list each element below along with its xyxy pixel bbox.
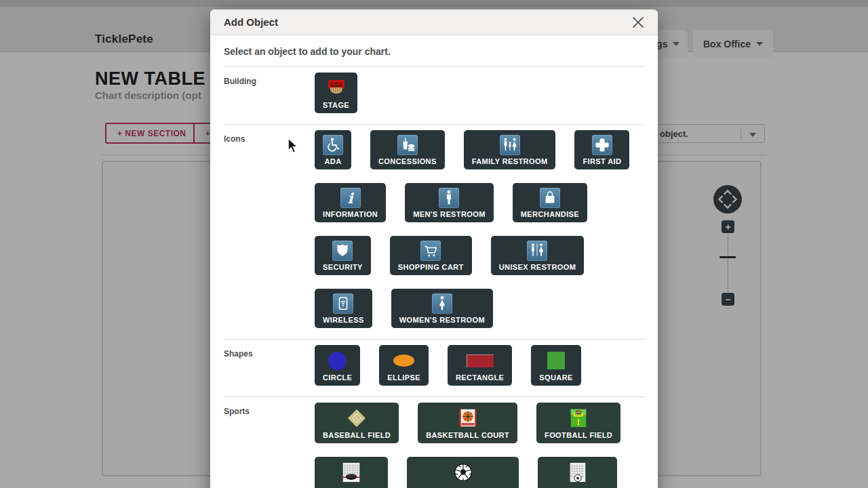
object-tile-label: SQUARE [539,373,572,382]
football-field-icon [568,407,589,429]
ada-icon [323,135,343,155]
object-tile-label: INFORMATION [323,210,378,218]
basketball-court-icon [457,407,479,429]
object-tile-hockey-goal[interactable] [315,457,388,488]
mens-restroom-icon [439,188,459,208]
object-tile-security[interactable]: SECURITY [315,236,371,275]
tile-row: STAGE [315,73,644,113]
section-tiles: BASEBALL FIELD BASKETBALL COURT FOOTBALL… [315,403,644,488]
merchandise-icon [540,188,560,208]
object-tile-wireless[interactable]: WIRELESS [315,289,372,328]
object-tile-baseball-field[interactable]: BASEBALL FIELD [315,403,399,443]
object-tile-soccer-goal[interactable] [538,457,617,488]
object-tile-label: FOOTBALL FIELD [545,431,612,439]
baseball-field-icon [345,407,368,429]
object-tile-label: MERCHANDISE [521,210,579,218]
soccer-goal-icon [566,462,589,483]
soccer-ball-icon [452,462,474,483]
object-tile-womens-restroom[interactable]: WOMEN'S RESTROOM [391,289,493,328]
first-aid-icon [592,135,612,155]
tile-row: SECURITY SHOPPING CART UNISEX RESTROOM [315,236,644,275]
object-tile-label: FIRST AID [583,157,621,165]
object-tile-basketball-court[interactable]: BASKETBALL COURT [418,403,517,443]
object-tile-concessions[interactable]: CONCESSIONS [370,130,445,169]
section-label: Shapes [224,345,315,386]
section-tiles: STAGE [315,73,644,113]
object-tile-label: CIRCLE [323,373,352,382]
object-tile-label: WOMEN'S RESTROOM [399,316,485,324]
object-tile-ellipse-shape[interactable]: ELLIPSE [379,345,429,386]
object-tile-label: CONCESSIONS [378,157,437,165]
square-shape-icon [547,350,565,371]
object-tile-first-aid[interactable]: FIRST AID [574,130,629,169]
close-icon[interactable] [632,16,644,28]
modal-body: Select an object to add to your chart. B… [210,35,658,488]
object-sections: Building STAGEIcons ADA CONCESSIONS FAMI… [224,67,644,488]
object-tile-label: UNISEX RESTROOM [499,263,576,271]
family-restroom-icon [500,135,520,155]
object-tile-ada[interactable]: ADA [315,130,351,169]
object-tile-shopping-cart[interactable]: SHOPPING CART [390,236,472,275]
object-tile-label: BASEBALL FIELD [323,431,391,439]
information-icon: i [340,188,361,208]
object-tile-label: STAGE [323,101,349,109]
section-tiles: ADA CONCESSIONS FAMILY RESTROOM FIRST AI… [315,130,644,328]
object-tile-circle-shape[interactable]: CIRCLE [315,345,360,386]
wireless-icon [333,293,353,314]
object-tile-label: BASKETBALL COURT [426,431,509,439]
object-tile-label: ADA [324,157,341,165]
object-tile-mens-restroom[interactable]: MEN'S RESTROOM [405,183,494,222]
object-tile-information[interactable]: iINFORMATION [315,183,386,222]
section-label: Sports [224,403,315,488]
object-tile-label: SHOPPING CART [398,263,464,271]
tile-row: ADA CONCESSIONS FAMILY RESTROOM FIRST AI… [315,130,644,169]
circle-shape-icon [328,350,347,371]
object-section-building: Building STAGE [224,67,644,125]
tile-row: WIRELESS WOMEN'S RESTROOM [315,289,644,328]
modal-title: Add Object [224,16,278,28]
object-section-icons: Icons ADA CONCESSIONS FAMILY RESTROOM FI… [224,125,644,340]
tile-row: iINFORMATION MEN'S RESTROOM MERCHANDISE [315,183,644,222]
object-tile-label: FAMILY RESTROOM [472,157,548,165]
object-tile-square-shape[interactable]: SQUARE [531,345,580,386]
section-label: Icons [224,130,315,328]
object-tile-label: MEN'S RESTROOM [413,210,486,218]
object-tile-football-field[interactable]: FOOTBALL FIELD [536,403,620,443]
object-section-shapes: ShapesCIRCLEELLIPSERECTANGLESQUARE [224,340,644,397]
object-tile-label: ELLIPSE [387,373,420,382]
section-tiles: CIRCLEELLIPSERECTANGLESQUARE [315,345,644,386]
object-tile-soccer-ball[interactable] [407,457,519,488]
shopping-cart-icon [420,241,441,261]
object-section-sports: Sports BASEBALL FIELD BASKETBALL COURT F… [224,397,644,488]
object-tile-merchandise[interactable]: MERCHANDISE [513,183,587,222]
tile-row: CIRCLEELLIPSERECTANGLESQUARE [315,345,644,386]
tile-row: BASEBALL FIELD BASKETBALL COURT FOOTBALL… [315,403,644,443]
ellipse-shape-icon [393,350,414,371]
modal-header: Add Object [210,9,658,35]
modal-intro-text: Select an object to add to your chart. [224,35,644,67]
section-label: Building [224,73,315,113]
object-tile-label: SECURITY [323,263,363,271]
object-tile-rectangle-shape[interactable]: RECTANGLE [448,345,512,386]
hockey-goal-icon [340,462,363,483]
stage-icon [325,77,348,99]
rectangle-shape-icon [467,350,494,371]
object-tile-unisex-restroom[interactable]: UNISEX RESTROOM [491,236,585,275]
object-tile-label: RECTANGLE [456,373,504,382]
unisex-restroom-icon [527,241,547,261]
security-icon [332,241,353,261]
object-tile-stage[interactable]: STAGE [315,73,357,113]
add-object-modal: Add Object Select an object to add to yo… [210,9,658,488]
womens-restroom-icon [432,293,452,314]
concessions-icon [397,135,418,155]
tile-row [315,457,644,488]
object-tile-family-restroom[interactable]: FAMILY RESTROOM [464,130,556,169]
object-tile-label: WIRELESS [323,316,364,324]
